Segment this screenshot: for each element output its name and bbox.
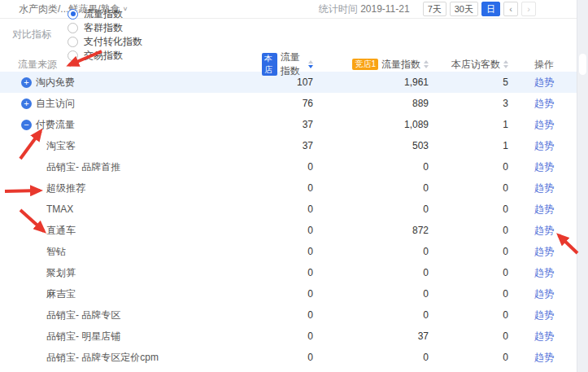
scrollbar-track[interactable] [577, 0, 588, 372]
competitor-index-value: 889 [317, 98, 431, 109]
competitor-index-value: 0 [317, 246, 431, 257]
trend-link[interactable]: 趋势 [534, 309, 554, 321]
own-visitors-value: 0 [431, 330, 511, 342]
radio-label: 支付转化指数 [84, 35, 142, 49]
own-visitors-value: 1 [431, 119, 511, 130]
radio-circle-icon[interactable] [68, 23, 78, 33]
scrollbar-thumb[interactable] [579, 54, 586, 75]
table-row: 品销宝- 明星店铺 0 37 0 趋势 [0, 326, 588, 347]
traffic-source-label: 超级推荐 [46, 182, 85, 195]
own-index-value: 0 [262, 309, 317, 321]
competitor-index-value: 0 [317, 309, 431, 321]
sort-icon-own-index[interactable] [308, 60, 313, 68]
own-index-label: 流量指数 [281, 50, 305, 78]
prev-date-button[interactable]: ‹ [503, 2, 518, 16]
trend-link[interactable]: 趋势 [534, 119, 554, 130]
trend-link[interactable]: 趋势 [534, 161, 554, 173]
compare-metric-radio-0[interactable]: 流量指数 [68, 7, 142, 21]
trend-link[interactable]: 趋势 [534, 288, 554, 300]
trend-link[interactable]: 趋势 [534, 204, 554, 215]
expand-toggle-icon[interactable]: − [21, 120, 32, 130]
column-header-own-visitors: 本店访客数 [431, 58, 511, 72]
competitor-index-value: 1,961 [317, 77, 431, 88]
table-row: 淘宝客 37 503 1 趋势 [0, 135, 588, 156]
table-row: + 自主访问 76 889 3 趋势 [0, 93, 588, 114]
own-index-value: 0 [262, 204, 317, 215]
trend-link[interactable]: 趋势 [534, 267, 554, 278]
chevron-down-icon: ∨ [123, 6, 128, 12]
traffic-source-label: 品销宝- 明星店铺 [46, 330, 120, 344]
own-visitors-value: 0 [431, 246, 511, 257]
sort-icon-competitor-index[interactable] [424, 60, 429, 68]
competitor-index-value: 0 [317, 288, 431, 300]
range-button-1[interactable]: 30天 [450, 2, 478, 16]
competitor-badge: 竞店1 [352, 59, 378, 70]
own-index-value: 107 [262, 77, 317, 88]
traffic-source-label: 自主访问 [36, 97, 75, 111]
table-row: 品销宝- 品牌专区 0 0 0 趋势 [0, 304, 588, 326]
trend-link[interactable]: 趋势 [534, 225, 554, 236]
own-visitors-value: 0 [431, 182, 511, 194]
own-index-value: 0 [262, 161, 317, 173]
own-visitors-value: 0 [431, 288, 511, 300]
date-range-group: 7天30天日 [420, 2, 500, 16]
radio-label: 客群指数 [84, 21, 123, 35]
trend-link[interactable]: 趋势 [534, 352, 554, 363]
range-button-2[interactable]: 日 [481, 2, 500, 16]
compare-metric-radio-group: 流量指数客群指数支付转化指数交易指数 [68, 7, 180, 63]
radio-label: 流量指数 [84, 7, 123, 21]
traffic-source-table: 流量来源 本店 流量指数 竞店1 流量指数 本店访客数 操作 + 淘内免费 10… [0, 50, 588, 368]
table-row: 聚划算 0 0 0 趋势 [0, 262, 588, 283]
expand-toggle-icon[interactable]: + [21, 98, 32, 109]
own-visitors-value: 0 [431, 309, 511, 321]
own-index-value: 0 [262, 330, 317, 342]
traffic-source-label: 付费流量 [36, 118, 75, 132]
competitor-index-value: 0 [317, 267, 431, 278]
column-header-traffic-source: 流量来源 [0, 58, 262, 72]
competitor-index-value: 0 [317, 182, 431, 194]
traffic-source-label: 麻吉宝 [46, 287, 76, 301]
own-visitors-value: 1 [431, 140, 511, 151]
stat-time-label: 统计时间 2019-11-21 [319, 2, 410, 16]
radio-circle-icon[interactable] [68, 9, 78, 20]
compare-metric-row: 对比指标 流量指数客群指数支付转化指数交易指数 [0, 19, 588, 50]
own-visitors-value: 0 [431, 225, 511, 236]
own-index-value: 0 [262, 182, 317, 194]
own-index-value: 76 [262, 98, 317, 109]
next-date-button[interactable]: › [521, 2, 536, 16]
table-row: 智钻 0 0 0 趋势 [0, 241, 588, 262]
table-body: + 淘内免费 107 1,961 5 趋势 + 自主访问 76 889 3 趋势… [0, 72, 588, 368]
traffic-source-label: 淘宝客 [46, 139, 76, 153]
own-visitors-value: 0 [431, 204, 511, 215]
trend-link[interactable]: 趋势 [534, 98, 554, 109]
traffic-source-compare-page: 水产肉类/...鲜蔬果/熟食 ∨ 统计时间 2019-11-21 7天30天日 … [0, 0, 588, 372]
stat-date-value: 2019-11-21 [360, 3, 410, 15]
trend-link[interactable]: 趋势 [534, 77, 554, 88]
traffic-source-label: 品销宝- 品牌专区定价cpm [46, 351, 159, 365]
own-index-value: 0 [262, 225, 317, 236]
trend-link[interactable]: 趋势 [534, 246, 554, 257]
own-store-badge: 本店 [262, 53, 277, 76]
range-button-0[interactable]: 7天 [423, 2, 446, 16]
traffic-source-label: 淘内免费 [36, 76, 75, 90]
table-row: 直通车 0 872 0 趋势 [0, 220, 588, 241]
radio-circle-icon[interactable] [68, 37, 78, 47]
expand-toggle-icon[interactable]: + [21, 77, 32, 88]
traffic-source-label: 品销宝- 品牌专区 [46, 309, 120, 322]
own-index-value: 0 [262, 267, 317, 278]
competitor-index-label: 流量指数 [381, 58, 420, 72]
trend-link[interactable]: 趋势 [534, 140, 554, 151]
trend-link[interactable]: 趋势 [534, 182, 554, 194]
own-visitors-label: 本店访客数 [451, 58, 500, 72]
traffic-source-label: 直通车 [46, 224, 76, 238]
compare-metric-label: 对比指标 [12, 28, 51, 42]
own-index-value: 37 [262, 119, 317, 130]
compare-metric-radio-1[interactable]: 客群指数 [68, 21, 142, 35]
sort-icon-own-visitors[interactable] [503, 60, 508, 68]
trend-link[interactable]: 趋势 [534, 330, 554, 342]
own-index-value: 0 [262, 288, 317, 300]
traffic-source-label: 智钻 [46, 245, 66, 259]
traffic-source-label: 聚划算 [46, 266, 76, 280]
competitor-index-value: 503 [317, 140, 431, 151]
compare-metric-radio-2[interactable]: 支付转化指数 [68, 35, 142, 49]
